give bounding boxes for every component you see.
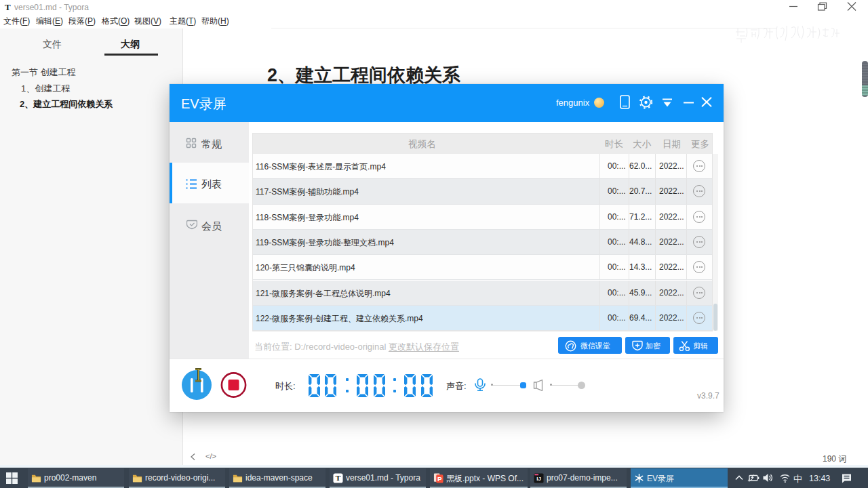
svg-text:P: P xyxy=(437,475,442,483)
svg-text:IJ: IJ xyxy=(536,476,541,482)
svg-text:T: T xyxy=(336,474,341,482)
